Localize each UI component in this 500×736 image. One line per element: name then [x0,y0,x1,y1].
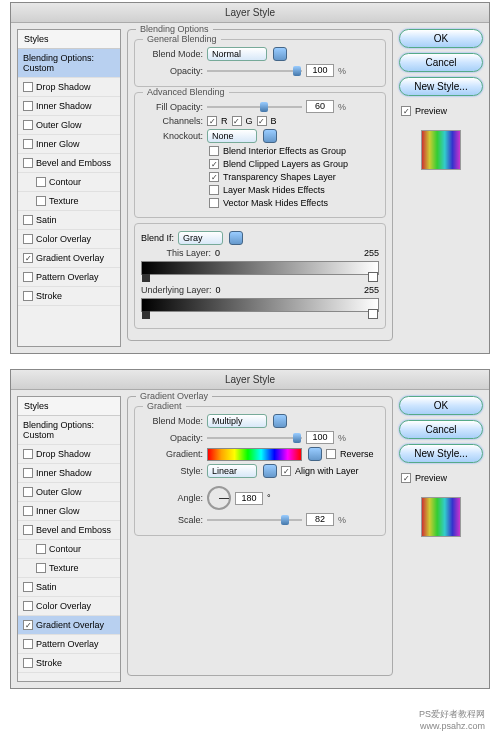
styles-item[interactable]: Contour [18,540,120,559]
ok-button[interactable]: OK [399,29,483,48]
dropdown-icon[interactable] [273,47,287,61]
dropdown-icon[interactable] [273,414,287,428]
angle-dial[interactable] [207,486,231,510]
preview-checkbox[interactable] [401,473,411,483]
styles-item[interactable]: Stroke [18,654,120,673]
style-checkbox[interactable] [23,158,33,168]
style-checkbox[interactable] [23,620,33,630]
style-checkbox[interactable] [23,215,33,225]
section-title: Gradient Overlay [136,391,212,401]
gradient-overlay-group: Gradient Overlay Gradient Blend Mode: Mu… [127,396,393,676]
opacity-slider[interactable] [207,66,302,76]
adv-opt-checkbox[interactable] [209,159,219,169]
styles-item[interactable]: Bevel and Emboss [18,521,120,540]
styles-item[interactable]: Gradient Overlay [18,616,120,635]
under-layer-gradient[interactable] [141,298,379,312]
style-checkbox[interactable] [23,487,33,497]
this-layer-gradient[interactable] [141,261,379,275]
blend-mode-select[interactable]: Normal [207,47,267,61]
style-checkbox[interactable] [23,449,33,459]
dropdown-icon[interactable] [263,464,277,478]
styles-item[interactable]: Pattern Overlay [18,268,120,287]
styles-item[interactable]: Color Overlay [18,230,120,249]
styles-item[interactable]: Satin [18,578,120,597]
ok-button[interactable]: OK [399,396,483,415]
style-checkbox[interactable] [23,253,33,263]
styles-item[interactable]: Inner Shadow [18,464,120,483]
blend-mode-select[interactable]: Multiply [207,414,267,428]
opacity-slider[interactable] [207,433,302,443]
new-style-button[interactable]: New Style... [399,77,483,96]
style-checkbox[interactable] [23,525,33,535]
channel-r-checkbox[interactable] [207,116,217,126]
styles-item[interactable]: Texture [18,192,120,211]
style-checkbox[interactable] [23,101,33,111]
max-val: 255 [364,285,379,295]
channel-g-checkbox[interactable] [232,116,242,126]
style-checkbox[interactable] [23,82,33,92]
new-style-button[interactable]: New Style... [399,444,483,463]
dropdown-icon[interactable] [263,129,277,143]
dropdown-icon[interactable] [308,447,322,461]
style-checkbox[interactable] [23,234,33,244]
opacity-value[interactable]: 100 [306,431,334,444]
adv-opt-checkbox[interactable] [209,185,219,195]
knockout-select[interactable]: None [207,129,257,143]
style-checkbox[interactable] [23,120,33,130]
styles-item[interactable]: Satin [18,211,120,230]
styles-item[interactable]: Color Overlay [18,597,120,616]
gradient-picker[interactable] [207,448,302,461]
style-checkbox[interactable] [36,544,46,554]
styles-item[interactable]: Inner Glow [18,502,120,521]
fill-opacity-value[interactable]: 60 [306,100,334,113]
adv-opt-checkbox[interactable] [209,146,219,156]
style-checkbox[interactable] [23,468,33,478]
styles-item[interactable]: Blending Options: Custom [18,416,120,445]
styles-item[interactable]: Inner Glow [18,135,120,154]
cancel-button[interactable]: Cancel [399,53,483,72]
dropdown-icon[interactable] [229,231,243,245]
align-checkbox[interactable] [281,466,291,476]
scale-slider[interactable] [207,515,302,525]
styles-item[interactable]: Texture [18,559,120,578]
styles-item[interactable]: Bevel and Emboss [18,154,120,173]
styles-item[interactable]: Pattern Overlay [18,635,120,654]
styles-item[interactable]: Drop Shadow [18,78,120,97]
styles-item[interactable]: Gradient Overlay [18,249,120,268]
preview-checkbox[interactable] [401,106,411,116]
style-label: Color Overlay [36,234,91,244]
adv-opt-checkbox[interactable] [209,172,219,182]
reverse-checkbox[interactable] [326,449,336,459]
preview-label: Preview [415,106,447,116]
styles-item[interactable]: Blending Options: Custom [18,49,120,78]
styles-item[interactable]: Inner Shadow [18,97,120,116]
style-checkbox[interactable] [23,139,33,149]
styles-item[interactable]: Contour [18,173,120,192]
channel-b-checkbox[interactable] [257,116,267,126]
style-checkbox[interactable] [23,601,33,611]
style-checkbox[interactable] [23,506,33,516]
styles-item[interactable]: Drop Shadow [18,445,120,464]
opacity-value[interactable]: 100 [306,64,334,77]
styles-item[interactable]: Outer Glow [18,483,120,502]
styles-item[interactable]: Outer Glow [18,116,120,135]
style-checkbox[interactable] [23,639,33,649]
advanced-blending: Advanced Blending Fill Opacity: 60 % Cha… [134,92,386,218]
style-label: Drop Shadow [36,449,91,459]
style-checkbox[interactable] [23,658,33,668]
style-select[interactable]: Linear [207,464,257,478]
scale-value[interactable]: 82 [306,513,334,526]
style-checkbox[interactable] [36,563,46,573]
angle-value[interactable]: 180 [235,492,263,505]
this-layer-label: This Layer: [141,248,211,258]
fill-opacity-slider[interactable] [207,102,302,112]
adv-opt-checkbox[interactable] [209,198,219,208]
style-checkbox[interactable] [23,582,33,592]
blendif-select[interactable]: Gray [178,231,223,245]
styles-item[interactable]: Stroke [18,287,120,306]
style-checkbox[interactable] [23,291,33,301]
style-checkbox[interactable] [36,196,46,206]
style-checkbox[interactable] [36,177,46,187]
cancel-button[interactable]: Cancel [399,420,483,439]
style-checkbox[interactable] [23,272,33,282]
